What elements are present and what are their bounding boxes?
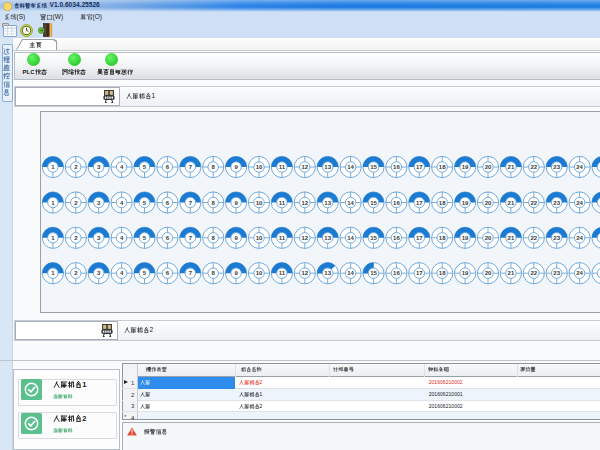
svg-text:17: 17 (416, 200, 423, 206)
svg-text:22: 22 (530, 270, 537, 276)
svg-text:13: 13 (324, 200, 331, 206)
svg-text:23: 23 (553, 235, 560, 241)
svg-text:20: 20 (485, 270, 492, 276)
svg-text:24: 24 (576, 200, 583, 206)
svg-text:10: 10 (256, 164, 263, 170)
svg-text:23: 23 (553, 270, 560, 276)
svg-text:19: 19 (462, 164, 469, 170)
svg-text:21: 21 (508, 270, 515, 276)
svg-text:13: 13 (324, 235, 331, 241)
svg-text:24: 24 (576, 235, 583, 241)
svg-text:12: 12 (301, 235, 308, 241)
svg-text:16: 16 (393, 235, 400, 241)
svg-text:18: 18 (439, 200, 446, 206)
svg-text:20: 20 (485, 235, 492, 241)
svg-text:14: 14 (347, 164, 354, 170)
svg-text:22: 22 (530, 164, 537, 170)
svg-text:10: 10 (256, 200, 263, 206)
svg-text:20: 20 (485, 164, 492, 170)
svg-text:11: 11 (279, 270, 286, 276)
svg-text:14: 14 (347, 235, 354, 241)
svg-text:21: 21 (508, 164, 515, 170)
svg-text:18: 18 (439, 270, 446, 276)
svg-text:19: 19 (462, 200, 469, 206)
svg-text:22: 22 (530, 200, 537, 206)
svg-text:14: 14 (347, 270, 354, 276)
svg-text:10: 10 (256, 270, 263, 276)
svg-text:19: 19 (462, 235, 469, 241)
svg-text:15: 15 (370, 200, 377, 206)
svg-text:14: 14 (347, 200, 354, 206)
svg-text:17: 17 (416, 270, 423, 276)
svg-text:12: 12 (301, 270, 308, 276)
svg-text:15: 15 (370, 235, 377, 241)
svg-text:10: 10 (256, 235, 263, 241)
svg-text:11: 11 (279, 200, 286, 206)
svg-text:17: 17 (416, 235, 423, 241)
svg-text:19: 19 (462, 270, 469, 276)
svg-text:23: 23 (553, 164, 560, 170)
svg-text:22: 22 (530, 235, 537, 241)
svg-text:21: 21 (508, 235, 515, 241)
svg-text:18: 18 (439, 164, 446, 170)
svg-text:16: 16 (393, 270, 400, 276)
svg-text:13: 13 (324, 270, 331, 276)
svg-text:12: 12 (301, 164, 308, 170)
svg-text:21: 21 (508, 200, 515, 206)
svg-text:24: 24 (576, 270, 583, 276)
svg-text:11: 11 (279, 164, 286, 170)
svg-text:11: 11 (279, 235, 286, 241)
svg-text:15: 15 (370, 164, 377, 170)
svg-text:20: 20 (485, 200, 492, 206)
svg-text:12: 12 (301, 200, 308, 206)
svg-text:16: 16 (393, 164, 400, 170)
svg-text:18: 18 (439, 235, 446, 241)
svg-text:23: 23 (553, 200, 560, 206)
svg-text:13: 13 (324, 164, 331, 170)
svg-text:15: 15 (370, 270, 377, 276)
svg-text:17: 17 (416, 164, 423, 170)
svg-text:24: 24 (576, 164, 583, 170)
svg-text:16: 16 (393, 200, 400, 206)
